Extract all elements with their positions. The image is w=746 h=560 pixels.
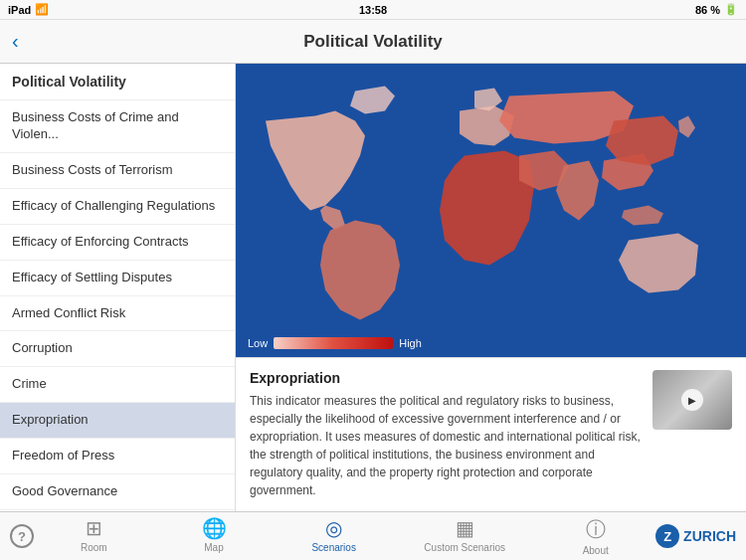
custom-scenarios-label: Custom Scenarios [424,542,505,553]
sidebar-item-corruption[interactable]: Corruption [0,331,235,367]
tab-about[interactable]: ⓘAbout [566,516,626,556]
map-area: Low High [236,64,746,357]
help-button[interactable]: ? [10,524,34,548]
status-right: 86 % 🔋 [695,3,738,16]
tab-map[interactable]: 🌐Map [184,516,244,556]
sidebar-item-business-costs-crime[interactable]: Business Costs of Crime and Violen... [0,100,235,153]
description-text: Expropriation This indicator measures th… [250,370,641,499]
map-legend: Low High [248,337,422,349]
sidebar-item-expropriation[interactable]: Expropriation [0,403,235,439]
status-bar: iPad 📶 13:58 86 % 🔋 [0,0,746,20]
sidebar-item-freedom-press[interactable]: Freedom of Press [0,439,235,474]
about-icon: ⓘ [586,516,606,543]
legend-gradient [274,337,393,349]
sidebar-item-armed-conflict[interactable]: Armed Conflict Risk [0,296,235,332]
scenarios-label: Scenarios [311,542,355,553]
tab-custom-scenarios[interactable]: ▦Custom Scenarios [424,516,505,556]
brand-name: ZURICH [683,528,736,544]
wifi-icon: 📶 [35,3,49,16]
video-thumbnail[interactable]: ▶ [653,370,732,430]
about-label: About [583,545,609,556]
tab-room[interactable]: ⊞Room [64,516,123,556]
sidebar-item-efficacy-challenging[interactable]: Efficacy of Challenging Regulations [0,189,235,225]
status-left: iPad 📶 [8,3,49,16]
zurich-logo: Z ZURICH [655,524,736,548]
description-body: This indicator measures the political an… [250,392,641,499]
battery-level: 86 % [695,4,720,16]
play-button[interactable]: ▶ [681,389,703,411]
sidebar-item-efficacy-settling[interactable]: Efficacy of Settling Disputes [0,261,235,296]
content-area: Low High Expropriation This indicator me… [236,64,746,511]
sidebar-item-crime[interactable]: Crime [0,367,235,403]
sidebar-item-good-governance[interactable]: Good Governance [0,474,235,510]
world-map [236,64,746,357]
legend-low-label: Low [248,337,268,349]
sidebar-item-human-rights[interactable]: Human Rights [0,510,235,511]
battery-icon: 🔋 [724,3,738,16]
main-container: Political VolatilityBusiness Costs of Cr… [0,64,746,511]
custom-scenarios-icon: ▦ [456,516,474,540]
room-icon: ⊞ [86,516,102,540]
sidebar-item-political-volatility[interactable]: Political Volatility [0,64,235,100]
description-area: Expropriation This indicator measures th… [236,357,746,511]
tab-scenarios[interactable]: ◎Scenarios [304,516,364,556]
nav-title: Political Volatility [303,32,443,52]
scenarios-icon: ◎ [325,516,342,540]
status-time: 13:58 [359,4,387,16]
device-name: iPad [8,4,31,16]
sidebar-item-efficacy-enforcing[interactable]: Efficacy of Enforcing Contracts [0,225,235,261]
tab-bar: ? ⊞Room🌐Map◎Scenarios▦Custom ScenariosⓘA… [0,511,746,560]
legend-high-label: High [399,337,422,349]
room-label: Room [81,542,107,553]
map-icon: 🌐 [202,516,227,540]
description-title: Expropriation [250,370,641,386]
map-label: Map [204,542,223,553]
nav-bar: ‹ Political Volatility [0,20,746,64]
back-button[interactable]: ‹ [12,30,19,53]
zurich-icon: Z [655,524,679,548]
sidebar-item-business-costs-terrorism[interactable]: Business Costs of Terrorism [0,153,235,189]
sidebar: Political VolatilityBusiness Costs of Cr… [0,64,236,511]
